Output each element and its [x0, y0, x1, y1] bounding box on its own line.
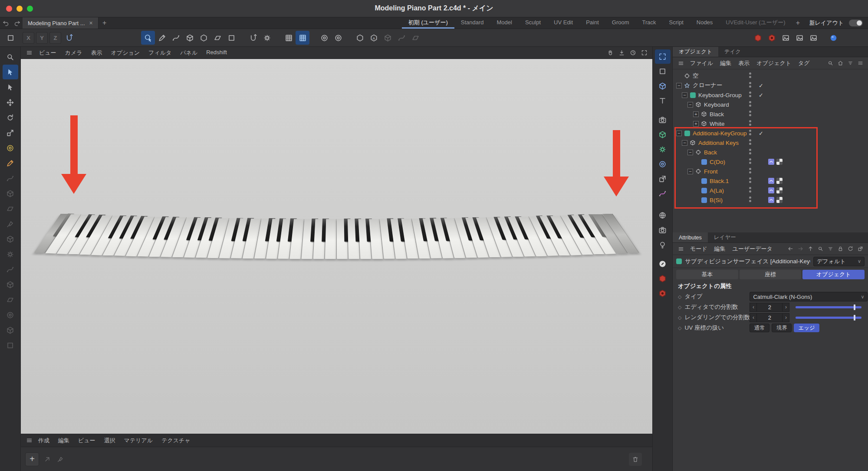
axis-z-button[interactable]: Z — [49, 32, 61, 44]
live-selection-tool-button-icon[interactable] — [141, 31, 155, 45]
dim-tool-2-icon[interactable] — [395, 31, 408, 45]
material-link-icon[interactable] — [43, 455, 52, 464]
viewport-menu-redshift[interactable]: Redshift — [202, 49, 231, 57]
mesh-analyze-button-icon[interactable]: A — [367, 31, 381, 45]
coord-system-button-icon[interactable] — [62, 31, 76, 45]
viewport-menu-item[interactable]: フィルタ — [144, 49, 176, 57]
segment-item[interactable]: エッジ — [794, 324, 819, 332]
modeling-tool-7-icon[interactable] — [3, 262, 18, 277]
expander-icon[interactable]: − — [687, 169, 693, 174]
dolly-view-icon[interactable] — [617, 48, 626, 58]
object-row-additional-keygroup[interactable]: −Additional-KeyGroup✓ — [673, 128, 868, 138]
rectangle-selection-tool-icon[interactable] — [3, 80, 18, 95]
move-tool-icon[interactable] — [3, 95, 18, 110]
polygon-pen-button-icon[interactable] — [155, 31, 169, 45]
attributes-tab-attributes[interactable]: Attributes — [673, 232, 708, 242]
object-row-keyboard-group[interactable]: −Keyboard-Group✓ — [673, 90, 868, 100]
value-slider[interactable] — [796, 303, 861, 311]
segment-item[interactable]: 通常 — [750, 324, 769, 332]
key-diamond-icon[interactable]: ◇ — [678, 325, 681, 331]
live-selection-tool-icon[interactable] — [3, 65, 18, 79]
mograph-gear-icon[interactable] — [655, 142, 671, 157]
key-diamond-icon[interactable]: ◇ — [678, 315, 681, 321]
enabled-check-icon[interactable]: ✓ — [759, 130, 763, 137]
layout-tab-track[interactable]: Track — [636, 17, 663, 29]
camera-object-icon[interactable] — [655, 223, 671, 237]
visibility-dots[interactable] — [749, 72, 751, 78]
material-menu-item[interactable]: マテリアル — [120, 437, 158, 445]
om-search-icon[interactable] — [826, 59, 835, 68]
rotate-tool-icon[interactable] — [3, 110, 18, 125]
expander-icon[interactable]: − — [682, 92, 687, 98]
layout-tab-groom[interactable]: Groom — [605, 17, 636, 29]
modeling-tool-3-icon[interactable] — [3, 201, 18, 216]
undo-icon[interactable] — [0, 17, 11, 29]
shelf-camera-icon[interactable] — [655, 113, 671, 127]
modeling-tool-11-icon[interactable] — [3, 323, 18, 337]
object-manager-menu-item[interactable]: タグ — [795, 59, 813, 67]
visibility-dots[interactable] — [749, 101, 751, 107]
layout-tab-item[interactable]: 初期 (ユーザー) — [402, 17, 454, 29]
rotation-ring-button-1-icon[interactable] — [317, 31, 331, 45]
object-row-white[interactable]: +White — [673, 119, 868, 128]
layout-tab-uv-edit[interactable]: UV Edit — [547, 17, 579, 29]
pan-view-icon[interactable] — [605, 48, 615, 58]
segment-item[interactable]: 境界 — [772, 324, 792, 332]
mesh-check-button-icon[interactable] — [353, 31, 367, 45]
expander-icon[interactable]: − — [687, 102, 693, 108]
add-document-tab-button[interactable]: + — [99, 17, 111, 29]
view-layout-icon[interactable] — [655, 49, 671, 64]
viewport-menu-item[interactable]: 表示 — [87, 49, 107, 57]
zoom-window-button[interactable] — [27, 6, 33, 12]
scale-tool-icon[interactable] — [3, 125, 18, 140]
visibility-dots[interactable] — [749, 111, 751, 116]
key-diamond-icon[interactable]: ◇ — [678, 304, 681, 310]
picture-viewer-button-3-icon[interactable] — [806, 31, 820, 45]
object-row-b-si[interactable]: B(Si) — [673, 195, 868, 205]
modeling-tool-4-icon[interactable] — [3, 216, 18, 231]
stepper-increase-button[interactable]: › — [782, 303, 789, 312]
expander-icon[interactable]: + — [693, 121, 699, 127]
attr-filter-icon[interactable] — [826, 245, 835, 253]
picture-viewer-button-1-icon[interactable] — [779, 31, 792, 45]
rotate-view-icon[interactable] — [628, 48, 638, 58]
layout-tab-sculpt[interactable]: Sculpt — [519, 17, 547, 29]
layout-tab-paint[interactable]: Paint — [579, 17, 605, 29]
go-parent-icon[interactable] — [806, 245, 815, 253]
display-pencil-icon[interactable] — [655, 257, 671, 271]
phong-tag-icon[interactable] — [768, 178, 774, 184]
visibility-dots[interactable] — [749, 92, 751, 97]
material-menu-icon[interactable] — [24, 436, 34, 445]
section-tab-item[interactable]: 基本 — [676, 270, 738, 279]
material-menu-item[interactable]: ビュー — [74, 437, 100, 445]
object-row-front[interactable]: −Front — [673, 167, 868, 176]
magenta-deformer-icon[interactable] — [655, 186, 671, 201]
attribute-dropdown[interactable]: Catmull-Clark (N-Gons)∨ — [750, 292, 868, 301]
visibility-dots[interactable] — [749, 158, 751, 164]
modeling-settings-button-icon[interactable] — [260, 31, 274, 45]
history-forward-icon[interactable] — [796, 245, 805, 253]
green-cube-icon[interactable] — [655, 128, 671, 142]
render-view-button-icon[interactable] — [751, 31, 765, 45]
axis-x-button[interactable]: X — [23, 32, 34, 44]
axis-y-button[interactable]: Y — [36, 32, 48, 44]
stepper-increase-button[interactable]: › — [782, 313, 789, 322]
globe-icon[interactable] — [655, 208, 671, 222]
text-tool-icon[interactable] — [655, 94, 671, 108]
layout-tab-standard[interactable]: Standard — [454, 17, 490, 29]
visibility-dots[interactable] — [749, 196, 751, 202]
object-row-black[interactable]: +Black — [673, 109, 868, 119]
material-sphere-button-icon[interactable] — [826, 31, 840, 45]
generators-button-icon[interactable] — [197, 31, 210, 45]
object-manager-menu-item[interactable]: ファイル — [687, 59, 717, 67]
preset-dropdown[interactable]: デフォルト∨ — [813, 257, 865, 266]
layout-tab-nodes[interactable]: Nodes — [690, 17, 720, 29]
material-menu-item[interactable]: 作成 — [34, 437, 54, 445]
viewport-menu-item[interactable]: オプション — [107, 49, 145, 57]
layout-tab-script[interactable]: Script — [663, 17, 690, 29]
modeling-tool-12-icon[interactable] — [3, 338, 18, 353]
attr-popout-icon[interactable] — [856, 245, 865, 253]
interactive-render-icon[interactable] — [655, 286, 671, 301]
object-manager-menu-item[interactable]: オブジェクト — [753, 59, 795, 67]
expander-icon[interactable]: − — [676, 83, 682, 88]
